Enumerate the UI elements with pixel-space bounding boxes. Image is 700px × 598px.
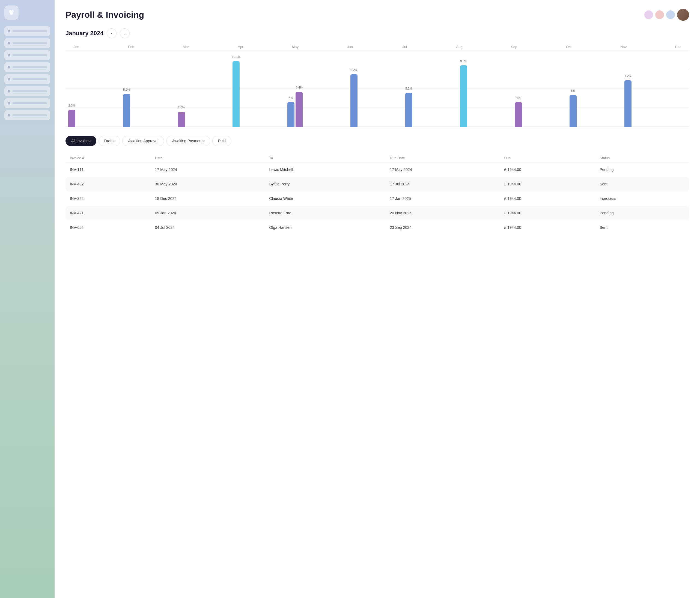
table-body: INV-11117 May 2024Lewis Mitchell17 May 2… xyxy=(66,163,689,235)
bars-apr: 10.1% xyxy=(232,61,240,127)
cell-due-date: 17 May 2024 xyxy=(385,163,500,177)
sidebar-dot xyxy=(8,66,10,69)
sidebar-item-5[interactable] xyxy=(4,74,50,84)
sidebar-item-1[interactable] xyxy=(4,26,50,36)
bar-label-may-1: 4% xyxy=(289,96,293,99)
chart-container: Jan Feb Mar Apr May Jun Jul Aug Sep Oct … xyxy=(66,45,689,127)
header-dot-3[interactable] xyxy=(666,10,675,19)
cell-to: Olga Hansen xyxy=(265,220,385,235)
col-due-date: Due Date xyxy=(385,154,500,163)
bar-apr-1: 10.1% xyxy=(232,61,240,127)
cell-date: 18 Dec 2024 xyxy=(151,191,265,206)
cell-date: 04 Jul 2024 xyxy=(151,220,265,235)
gridline-1 xyxy=(66,50,689,51)
bar-jan-1: 2.3% xyxy=(68,110,75,127)
cell-due-date: 20 Nov 2025 xyxy=(385,206,500,220)
cell-due-date: 17 Jan 2025 xyxy=(385,191,500,206)
sidebar-line xyxy=(12,90,47,92)
bar-label-jul-1: 5.3% xyxy=(405,87,412,90)
cell-status: Pending xyxy=(595,163,689,177)
period-selector: January 2024 ‹ › xyxy=(66,28,689,38)
month-may: May xyxy=(287,45,303,49)
month-mar: Mar xyxy=(178,45,194,49)
table-row[interactable]: INV-32418 Dec 2024Claudia White17 Jan 20… xyxy=(66,191,689,206)
cell-due: £ 1944.00 xyxy=(500,177,595,191)
tab-all-invoices[interactable]: All Invoices xyxy=(66,136,96,146)
sidebar-item-6[interactable] xyxy=(4,86,50,96)
bars-mar: 2.0% xyxy=(178,112,185,127)
cell-invoice: INV-111 xyxy=(66,163,151,177)
table-row[interactable]: INV-43230 May 2024Sylvia Perry17 Jul 202… xyxy=(66,177,689,191)
cell-invoice: INV-654 xyxy=(66,220,151,235)
gridline-2 xyxy=(66,70,689,70)
sidebar-line xyxy=(12,114,47,116)
bar-nov-1: 7.2% xyxy=(624,80,631,127)
bars-aug: 9.5% xyxy=(460,65,467,127)
sidebar-dot xyxy=(8,42,10,45)
bars-may: 4% 5.4% xyxy=(288,92,303,127)
month-sep: Sep xyxy=(506,45,522,49)
bars-feb: 5.2% xyxy=(123,94,130,127)
page-header: Payroll & Invoicing xyxy=(66,9,689,21)
bar-jun-1: 8.2% xyxy=(350,74,357,127)
sidebar-dot xyxy=(8,90,10,93)
next-period-button[interactable]: › xyxy=(120,28,130,38)
app-logo[interactable] xyxy=(4,5,19,20)
bar-label-sep-1: 4% xyxy=(516,96,521,99)
bar-label-jun-1: 8.2% xyxy=(351,68,357,72)
bar-label-mar-1: 2.0% xyxy=(178,106,185,109)
month-nov: Nov xyxy=(616,45,632,49)
tab-awaiting-approval[interactable]: Awaiting Approval xyxy=(122,136,164,146)
cell-due: £ 1944.00 xyxy=(500,163,595,177)
bars-oct: 5% xyxy=(570,95,577,127)
cell-invoice: INV-324 xyxy=(66,191,151,206)
sidebar-item-7[interactable] xyxy=(4,98,50,108)
col-to: To xyxy=(265,154,385,163)
bar-label-feb-1: 5.2% xyxy=(123,88,130,91)
bar-may-2: 5.4% xyxy=(296,92,303,127)
filter-tabs: All Invoices Drafts Awaiting Approval Aw… xyxy=(66,136,689,146)
cell-to: Lewis Mitchell xyxy=(265,163,385,177)
table-row[interactable]: INV-42109 Jan 2024Rosetta Ford20 Nov 202… xyxy=(66,206,689,220)
bar-may-1: 4% xyxy=(288,102,295,127)
tab-awaiting-payments[interactable]: Awaiting Payments xyxy=(166,136,210,146)
cell-date: 30 May 2024 xyxy=(151,177,265,191)
table-row[interactable]: INV-11117 May 2024Lewis Mitchell17 May 2… xyxy=(66,163,689,177)
cell-status: Sent xyxy=(595,220,689,235)
cell-status: Sent xyxy=(595,177,689,191)
sidebar-line xyxy=(12,66,47,68)
prev-period-button[interactable]: ‹ xyxy=(107,28,117,38)
sidebar-dot xyxy=(8,54,10,56)
bars-dec xyxy=(679,124,686,127)
sidebar-dot xyxy=(8,78,10,80)
month-jun: Jun xyxy=(342,45,358,49)
bar-feb-1: 5.2% xyxy=(123,94,130,127)
header-dot-2[interactable] xyxy=(655,10,664,19)
cell-invoice: INV-421 xyxy=(66,206,151,220)
svg-point-2 xyxy=(10,12,13,15)
tab-drafts[interactable]: Drafts xyxy=(99,136,120,146)
chart-gridlines xyxy=(66,50,689,127)
cell-due-date: 17 Jul 2024 xyxy=(385,177,500,191)
sidebar-dot xyxy=(8,114,10,117)
bar-label-apr-1: 10.1% xyxy=(232,55,241,58)
cell-due: £ 1944.00 xyxy=(500,191,595,206)
header-dot-1[interactable] xyxy=(644,10,653,19)
gridline-5 xyxy=(66,126,689,127)
tab-paid[interactable]: Paid xyxy=(212,136,231,146)
sidebar-item-2[interactable] xyxy=(4,38,50,48)
month-jan: Jan xyxy=(68,45,84,49)
table-header: Invoice # Date To Due Date Due Status xyxy=(66,154,689,163)
sidebar-line xyxy=(12,78,47,80)
col-date: Date xyxy=(151,154,265,163)
sidebar-item-8[interactable] xyxy=(4,110,50,120)
sidebar-item-3[interactable] xyxy=(4,50,50,60)
table-row[interactable]: INV-65404 Jul 2024Olga Hansen23 Sep 2024… xyxy=(66,220,689,235)
cell-status: Pending xyxy=(595,206,689,220)
gridline-3 xyxy=(66,89,689,89)
bars-sep: 4% xyxy=(515,102,522,127)
cell-due-date: 23 Sep 2024 xyxy=(385,220,500,235)
user-avatar[interactable] xyxy=(677,9,689,21)
sidebar-item-4[interactable] xyxy=(4,62,50,72)
cell-status: Inprocess xyxy=(595,191,689,206)
